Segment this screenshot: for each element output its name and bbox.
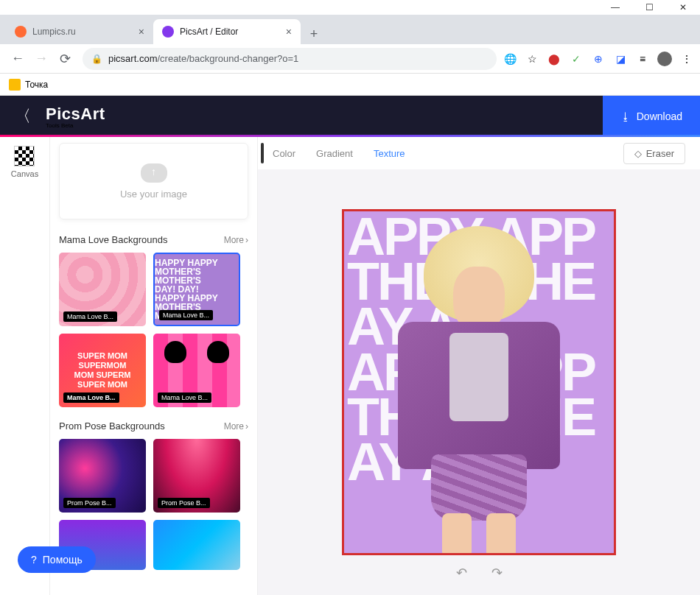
bg-thumb[interactable]: Mama Love B...: [153, 334, 240, 407]
ext4-icon[interactable]: ◪: [613, 52, 628, 66]
thumb-label: Prom Pose B...: [158, 498, 210, 508]
canvas-icon: [14, 146, 35, 166]
canvas-stage[interactable]: APPY APP THER THE AY A APPY APP THER THE…: [258, 169, 700, 595]
thumb-label: Mama Love B...: [63, 392, 119, 403]
url-path: /create/background-changer?o=1: [157, 53, 298, 64]
bookmarks-bar: Точка: [0, 74, 700, 96]
browser-tab[interactable]: Lumpics.ru ×: [6, 19, 153, 44]
ext3-icon[interactable]: ⊕: [591, 52, 606, 66]
tab-texture[interactable]: Texture: [374, 148, 405, 159]
bookmark-folder-icon: [9, 79, 21, 91]
tab-close-icon[interactable]: ×: [139, 26, 144, 38]
lock-icon: 🔒: [91, 54, 102, 64]
cloud-upload-icon: [141, 163, 167, 183]
rail-label: Canvas: [11, 169, 38, 178]
tab-title: PicsArt / Editor: [180, 27, 238, 37]
app-header: 〈 PicsArt Tools Beta ⭳ Download: [0, 96, 700, 137]
thumb-label: Prom Pose B...: [63, 498, 116, 508]
download-icon: ⭳: [620, 110, 631, 122]
translate-icon[interactable]: 🌐: [503, 52, 517, 66]
extension-icons: 🌐 ☆ ⬤ ✓ ⊕ ◪ ≡ ⋮: [503, 52, 694, 66]
undo-button[interactable]: ↶: [451, 563, 472, 583]
back-button[interactable]: ←: [6, 47, 29, 71]
new-tab-button[interactable]: +: [304, 24, 324, 44]
tab-gradient[interactable]: Gradient: [316, 148, 353, 159]
chevron-right-icon: ›: [245, 235, 248, 245]
more-icon[interactable]: ⋮: [679, 52, 694, 66]
upload-card[interactable]: Use your image: [59, 143, 248, 219]
url-text: picsart.com/create/background-changer?o=…: [108, 53, 298, 64]
window-minimize[interactable]: —: [598, 0, 632, 15]
forward-button[interactable]: →: [29, 47, 53, 71]
favicon-icon: [15, 26, 27, 38]
left-rail: Canvas: [0, 137, 50, 595]
favicon-icon: [162, 26, 174, 38]
bg-thumb[interactable]: Prom Pose B...: [59, 439, 146, 513]
canvas-tabs: Color Gradient Texture ◇ Eraser: [258, 137, 700, 169]
bg-thumb[interactable]: Prom Pose B...: [153, 439, 240, 513]
window-maximize[interactable]: ☐: [632, 0, 666, 15]
app-back-button[interactable]: 〈: [15, 105, 31, 127]
section-header: Mama Love Backgrounds More ›: [59, 234, 248, 245]
tab-title: Lumpics.ru: [32, 27, 76, 37]
profile-avatar[interactable]: [657, 52, 672, 66]
section-more-link[interactable]: More ›: [224, 421, 248, 432]
thumb-label: Mama Love B...: [159, 310, 213, 320]
sidebar: Use your image Mama Love Backgrounds Mor…: [50, 137, 258, 595]
section-title: Mama Love Backgrounds: [59, 234, 167, 245]
browser-toolbar: ← → ⟳ 🔒 picsart.com/create/background-ch…: [0, 44, 700, 74]
bg-thumb[interactable]: SUPER MOM SUPERMOM MOM SUPERM SUPER MOMM…: [59, 334, 146, 407]
ext2-icon[interactable]: ✓: [569, 52, 584, 66]
help-label: Помощь: [43, 554, 83, 566]
redo-button[interactable]: ↷: [486, 563, 507, 583]
bg-thumb[interactable]: [153, 520, 240, 570]
address-bar[interactable]: 🔒 picsart.com/create/background-changer?…: [83, 48, 497, 70]
download-label: Download: [637, 110, 682, 122]
help-button[interactable]: ? Помощь: [18, 546, 96, 573]
bg-thumb[interactable]: Mama Love B...: [59, 253, 146, 326]
tab-color[interactable]: Color: [273, 148, 295, 159]
bookmark-item[interactable]: Точка: [25, 80, 48, 90]
preview-image[interactable]: APPY APP THER THE AY A APPY APP THER THE…: [342, 209, 616, 555]
rail-canvas[interactable]: Canvas: [11, 146, 38, 178]
ext1-icon[interactable]: ⬤: [547, 52, 561, 66]
chevron-right-icon: ›: [245, 421, 248, 432]
section-header: Prom Pose Backgrounds More ›: [59, 420, 248, 432]
download-button[interactable]: ⭳ Download: [603, 96, 700, 137]
help-icon: ?: [31, 554, 37, 566]
star-icon[interactable]: ☆: [525, 52, 539, 66]
eraser-icon: ◇: [634, 148, 642, 159]
logo-text: PicsArt: [46, 105, 105, 123]
window-close[interactable]: ✕: [666, 0, 700, 15]
menu-icon[interactable]: ≡: [635, 52, 650, 66]
thumb-text: SUPER MOM SUPERMOM MOM SUPERM SUPER MOM: [74, 351, 131, 390]
tab-close-icon[interactable]: ×: [286, 26, 292, 38]
canvas-area: Color Gradient Texture ◇ Eraser APPY APP…: [258, 137, 700, 595]
upload-text: Use your image: [120, 189, 187, 200]
reload-button[interactable]: ⟳: [53, 47, 77, 71]
browser-tabs: Lumpics.ru × PicsArt / Editor × +: [0, 15, 700, 44]
browser-tab-active[interactable]: PicsArt / Editor ×: [153, 19, 301, 44]
section-title: Prom Pose Backgrounds: [59, 420, 165, 432]
eraser-label: Eraser: [646, 148, 674, 159]
section-more-link[interactable]: More ›: [224, 235, 248, 245]
url-domain: picsart.com: [108, 53, 157, 64]
thumb-label: Mama Love B...: [158, 392, 211, 403]
preview-subject: [376, 226, 582, 550]
app-logo: PicsArt Tools Beta: [46, 105, 105, 129]
bg-thumb-selected[interactable]: HAPPY HAPPY MOTHER'S MOTHER'S DAY! DAY! …: [153, 253, 240, 326]
eraser-button[interactable]: ◇ Eraser: [623, 143, 685, 164]
thumb-label: Mama Love B...: [63, 311, 117, 322]
